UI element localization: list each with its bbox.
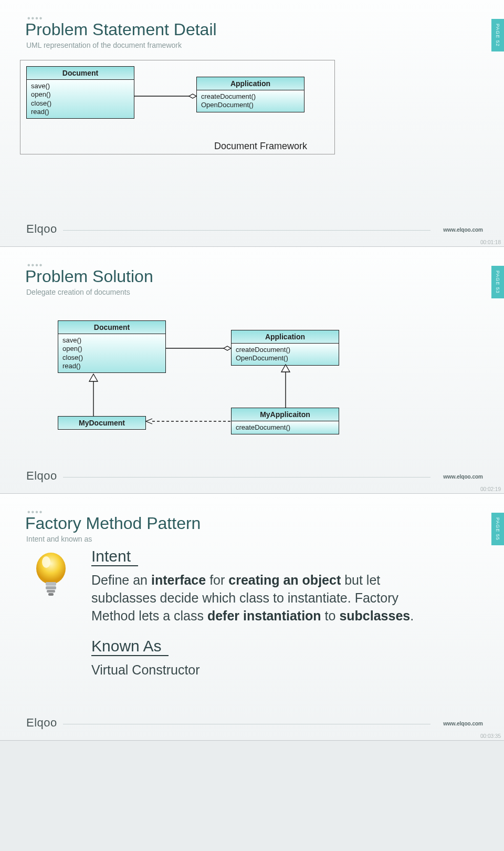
uml-class-name: Application [232,330,339,344]
slide-title: Factory Method Pattern [25,514,201,533]
uml-methods: save() open() close() read() [27,80,134,118]
slide-subtitle: Intent and known as [26,535,92,543]
footer-url: www.elqoo.com [443,721,483,727]
slide-55: •••• Factory Method Pattern Intent and k… [0,494,504,741]
uml-generalization [280,365,291,408]
uml-class-name: Document [58,321,165,334]
uml-class-document: Document save() open() close() read() [58,320,166,373]
intent-text: Define an interface for creating an obje… [91,572,427,625]
footer-url: www.elqoo.com [443,474,483,480]
slide-53: •••• Problem Solution Delegate creation … [0,247,504,494]
svg-point-10 [42,556,50,568]
frame-label: Document Framework [214,141,307,152]
svg-rect-11 [46,582,56,586]
uml-aggregation-connector [166,345,231,355]
uml-class-myapplication: MyApplicaiton createDocument() [231,408,339,434]
page-tab: PAGE 55 [491,513,504,545]
svg-point-9 [36,553,66,584]
uml-class-name: Application [197,77,304,90]
uml-aggregation-connector [134,92,196,103]
lightbulb-icon [33,551,69,598]
footer-rule [63,477,430,478]
uml-methods: createDocument() [232,421,339,434]
uml-class-name: Document [27,67,134,80]
brand-logo: Elqoo [26,469,57,483]
brand-logo: Elqoo [26,222,57,236]
footer-rule [63,724,430,724]
uml-methods: createDocument() OpenDocument() [197,90,304,112]
uml-methods: save() open() close() read() [58,334,165,372]
slide-body: Intent Define an interface for creating … [91,547,427,679]
svg-rect-12 [46,586,56,589]
footer-url: www.elqoo.com [443,227,483,233]
timestamp: 00:02:19 [480,486,501,492]
svg-marker-7 [281,365,290,372]
uml-generalization [88,374,99,416]
uml-dependency [146,418,231,424]
uml-class-name: MyDocument [58,417,145,429]
uml-methods: createDocument() OpenDocument() [232,344,339,365]
page-tab: PAGE 52 [491,19,504,51]
svg-marker-5 [89,374,98,381]
page-tab: PAGE 53 [491,266,504,298]
uml-class-name: MyApplicaiton [232,408,339,421]
svg-marker-1 [189,94,196,98]
slide-title: Problem Statement Detail [25,20,217,39]
svg-rect-14 [48,593,54,596]
known-as-heading: Known As [91,637,169,656]
brand-logo: Elqoo [26,716,57,730]
svg-marker-3 [224,346,231,350]
slide-52: •••• Problem Statement Detail UML repres… [0,0,504,247]
slide-title: Problem Solution [25,267,153,286]
svg-rect-13 [47,590,55,593]
uml-class-mydocument: MyDocument [58,416,146,430]
uml-class-application: Application createDocument() OpenDocumen… [196,77,304,112]
intent-heading: Intent [91,547,138,566]
known-as-text: Virtual Constructor [91,661,427,679]
timestamp: 00:01:18 [480,240,501,245]
slide-subtitle: UML representation of the document frame… [26,41,182,49]
timestamp: 00:03:35 [480,733,501,739]
footer-rule [63,230,430,231]
uml-class-document: Document save() open() close() read() [26,66,134,119]
uml-class-application: Application createDocument() OpenDocumen… [231,330,339,366]
slide-subtitle: Delegate creation of documents [26,288,130,296]
